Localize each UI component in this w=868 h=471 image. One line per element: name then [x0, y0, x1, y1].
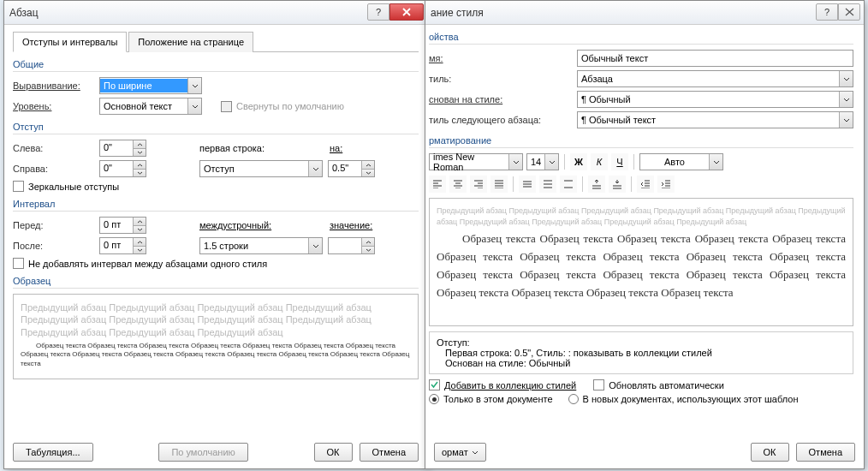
chevron-down-icon[interactable]: [839, 92, 853, 107]
close-button[interactable]: [389, 3, 424, 21]
para-spacing-icon: [612, 179, 622, 189]
outline-label: Уровень:: [13, 101, 94, 111]
before-spinner[interactable]: 0 пт: [99, 217, 146, 234]
size-combo[interactable]: 14: [526, 153, 559, 170]
spin-down-icon[interactable]: [134, 225, 146, 233]
radio-icon[interactable]: [429, 394, 439, 404]
spin-up-icon[interactable]: [134, 161, 146, 169]
firstline-combo[interactable]: Отступ: [199, 160, 323, 177]
spin-down-icon[interactable]: [134, 169, 146, 176]
format-button[interactable]: ормат: [434, 443, 486, 462]
formatting-label: рматирование: [429, 135, 853, 148]
indent-decrease-button[interactable]: [637, 176, 654, 193]
align-right-button[interactable]: [470, 176, 487, 193]
spin-down-icon[interactable]: [362, 169, 374, 176]
bold-button[interactable]: Ж: [570, 153, 587, 170]
style-cancel-button[interactable]: Отмена: [796, 443, 855, 462]
next-combo[interactable]: ¶ Обычный текст: [577, 111, 853, 128]
after-spinner[interactable]: 0 пт: [99, 237, 146, 254]
based-combo[interactable]: ¶ Обычный: [577, 91, 853, 108]
style-preview: Предыдущий абзац Предыдущий абзац Предыд…: [429, 198, 853, 326]
space-before-inc-button[interactable]: [588, 176, 605, 193]
spin-up-icon[interactable]: [134, 218, 146, 225]
outline-combo[interactable]: Основной текст: [99, 98, 202, 115]
line-spacing-icon: [522, 180, 532, 188]
align-right-icon: [473, 180, 484, 188]
indent-left-spinner[interactable]: 0": [99, 140, 146, 157]
tab-position[interactable]: Положение на странице: [128, 32, 253, 52]
tabs-button[interactable]: Табуляция...: [13, 443, 93, 462]
linespacing-combo[interactable]: 1.5 строки: [199, 237, 323, 254]
help-button[interactable]: ?: [816, 3, 838, 21]
style-titlebar[interactable]: ание стиля ?: [425, 1, 864, 25]
spacing-15-button[interactable]: [539, 176, 556, 193]
auto-update-checkbox[interactable]: Обновлять автоматически: [593, 379, 724, 391]
indent-left-label: Слева:: [13, 143, 94, 153]
indent-increase-button[interactable]: [657, 176, 675, 193]
spin-down-icon[interactable]: [134, 148, 146, 156]
chevron-down-icon[interactable]: [839, 71, 853, 86]
spacing-1-button[interactable]: [519, 176, 536, 193]
tab-indents[interactable]: Отступы и интервалы: [13, 32, 127, 52]
chevron-down-icon[interactable]: [544, 154, 558, 170]
chevron-down-icon[interactable]: [187, 78, 201, 93]
close-icon: [844, 8, 855, 16]
checkbox-icon[interactable]: [429, 379, 440, 391]
italic-button[interactable]: К: [591, 153, 608, 170]
style-name-input[interactable]: [577, 50, 853, 67]
chevron-down-icon[interactable]: [839, 112, 853, 128]
preview-group-label: Образец: [13, 276, 419, 289]
cancel-button[interactable]: Отмена: [360, 443, 419, 462]
only-doc-radio[interactable]: Только в этом документе: [429, 394, 553, 404]
spin-down-icon[interactable]: [362, 246, 374, 253]
chevron-down-icon[interactable]: [308, 161, 322, 176]
dialog-title: Абзац: [9, 7, 422, 19]
spin-up-icon[interactable]: [134, 140, 146, 148]
alignment-combo[interactable]: По ширине: [99, 77, 202, 94]
paragraph-preview: Предыдущий абзац Предыдущий абзац Предыд…: [13, 294, 419, 379]
type-combo[interactable]: Абзаца: [577, 70, 853, 87]
new-docs-radio[interactable]: В новых документах, использующих этот ша…: [568, 394, 799, 404]
chevron-down-icon[interactable]: [709, 154, 722, 170]
checkbox-icon: [221, 101, 232, 112]
color-combo[interactable]: Авто: [639, 153, 723, 170]
spin-up-icon[interactable]: [362, 161, 374, 169]
radio-icon[interactable]: [568, 394, 579, 404]
ok-button[interactable]: ОК: [314, 443, 353, 462]
chevron-down-icon[interactable]: [308, 238, 322, 253]
firstline-by-spinner[interactable]: 0.5": [328, 160, 375, 177]
spin-down-icon[interactable]: [134, 246, 146, 253]
checkbox-icon[interactable]: [593, 379, 604, 391]
align-left-icon: [432, 180, 443, 188]
chevron-down-icon: [472, 450, 479, 455]
mirror-indent-checkbox[interactable]: Зеркальные отступы: [13, 181, 119, 192]
spacing-2-button[interactable]: [560, 176, 577, 193]
spin-up-icon[interactable]: [362, 238, 374, 246]
chevron-down-icon[interactable]: [508, 154, 522, 170]
props-label: ойства: [429, 32, 853, 45]
add-collection-checkbox[interactable]: Добавить в коллекцию стилей: [429, 379, 576, 391]
indent-right-spinner[interactable]: 0": [99, 160, 146, 177]
spin-up-icon[interactable]: [134, 238, 146, 246]
underline-button[interactable]: Ч: [611, 153, 628, 170]
space-before-dec-button[interactable]: [609, 176, 626, 193]
align-center-button[interactable]: [449, 176, 467, 193]
help-button[interactable]: ?: [367, 3, 389, 21]
spacing-group-label: Интервал: [13, 199, 419, 212]
align-left-button[interactable]: [429, 176, 446, 193]
checkbox-icon[interactable]: [13, 181, 24, 192]
chevron-down-icon[interactable]: [187, 98, 201, 114]
titlebar[interactable]: Абзац ?: [4, 1, 427, 25]
after-label: После:: [13, 241, 94, 251]
close-button[interactable]: [838, 3, 860, 21]
style-description: Отступ: Первая строка: 0.5", Стиль: : по…: [429, 331, 853, 374]
default-button[interactable]: По умолчанию: [158, 443, 247, 462]
checkbox-icon[interactable]: [13, 258, 24, 269]
style-ok-button[interactable]: ОК: [751, 443, 789, 462]
type-label: тиль:: [429, 74, 570, 84]
before-label: Перед:: [13, 220, 94, 230]
align-justify-button[interactable]: [490, 176, 508, 193]
dontadd-checkbox[interactable]: Не добавлять интервал между абзацами одн…: [13, 258, 267, 269]
font-combo[interactable]: imes New Roman: [429, 153, 523, 170]
linespacing-at-spinner[interactable]: [328, 237, 375, 254]
